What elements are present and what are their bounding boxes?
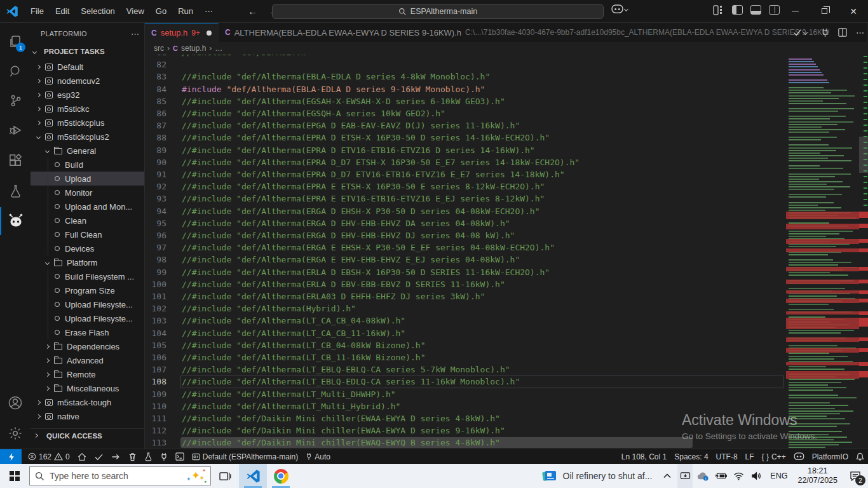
pio-clean-button[interactable] bbox=[125, 449, 140, 464]
editor-more-actions-icon[interactable]: ⋯ bbox=[856, 28, 864, 37]
problems-indicator[interactable]: 162 0 bbox=[24, 449, 74, 464]
tray-cast-icon[interactable] bbox=[677, 464, 693, 488]
tree-item-devices[interactable]: Devices bbox=[31, 241, 144, 255]
code-line-111[interactable]: 111//#include "def/Daikin Mini chiller(E… bbox=[145, 412, 786, 424]
code-line-106[interactable]: 106//#include "def/Altherma(LT_CB_11-16k… bbox=[145, 351, 786, 363]
pio-build-button[interactable] bbox=[90, 449, 107, 464]
code-line-108[interactable]: 108//#include "def/Altherma(LT_EBLQ-EDLQ… bbox=[145, 376, 786, 388]
tree-item-upload-and-mon[interactable]: Upload and Mon... bbox=[31, 200, 144, 214]
code-line-104[interactable]: 104//#include "def/Altherma(LT_CA_CB_11-… bbox=[145, 327, 786, 339]
code-line-113[interactable]: 113//#include "def/Daikin Mini chiller(E… bbox=[145, 437, 786, 449]
code-line-95[interactable]: 95//#include "def/Altherma(ERGA D EHV-EH… bbox=[145, 217, 786, 229]
task-view-button[interactable] bbox=[211, 464, 239, 488]
menu-file[interactable]: File bbox=[25, 4, 50, 18]
code-line-94[interactable]: 94//#include "def/Altherma(ERGA D EHSH-X… bbox=[145, 205, 786, 217]
chevron-right-icon[interactable] bbox=[36, 400, 41, 404]
toggle-panel-icon[interactable] bbox=[750, 5, 761, 15]
tray-clock[interactable]: 18:21 22/07/2025 bbox=[792, 466, 843, 485]
section-project-tasks[interactable]: PROJECT TASKS bbox=[31, 44, 144, 58]
pio-env-switcher[interactable]: Default (ESPAltherma-main) bbox=[188, 449, 302, 464]
menu-edit[interactable]: Edit bbox=[50, 4, 75, 18]
code-line-97[interactable]: 97//#include "def/Altherma(ERGA E EHSH-X… bbox=[145, 241, 786, 254]
toggle-secondary-sidebar-icon[interactable] bbox=[769, 5, 780, 15]
tree-item-esp32[interactable]: esp32 bbox=[31, 88, 144, 102]
tree-item-remote[interactable]: Remote bbox=[31, 367, 144, 381]
menu-more[interactable]: ⋯ bbox=[199, 4, 219, 18]
chevron-down-icon[interactable] bbox=[45, 260, 50, 264]
remote-indicator[interactable] bbox=[0, 449, 22, 464]
search-view-icon[interactable] bbox=[0, 57, 31, 85]
split-editor-icon[interactable] bbox=[838, 28, 847, 37]
taskbar-chrome-button[interactable] bbox=[267, 464, 295, 488]
code-line-102[interactable]: 102//#include "def/Altherma(Hybrid).h" bbox=[145, 302, 786, 315]
tree-item-monitor[interactable]: Monitor bbox=[31, 186, 144, 200]
code-line-107[interactable]: 107//#include "def/Altherma(LT_EBLQ-EBLQ… bbox=[145, 363, 786, 376]
code-line-92[interactable]: 92//#include "def/Altherma(EPRA E ETSH-X… bbox=[145, 180, 786, 193]
code-line-85[interactable]: 85//#include "def/Altherma(EGSAH-X-EWSAH… bbox=[145, 95, 786, 107]
breadcrumb-symbol[interactable]: … bbox=[215, 44, 222, 53]
code-line-91[interactable]: 91//#include "def/Altherma(EPRA D_D7 ETV… bbox=[145, 168, 786, 180]
code-line-86[interactable]: 86//#include "def/Altherma(EGSQH-A serie… bbox=[145, 107, 786, 119]
tray-battery-icon[interactable] bbox=[713, 464, 728, 488]
chevron-right-icon[interactable] bbox=[36, 106, 41, 111]
testing-icon[interactable] bbox=[0, 177, 31, 205]
window-minimize-button[interactable] bbox=[780, 0, 810, 22]
chevron-right-icon[interactable] bbox=[45, 344, 50, 348]
platformio-status[interactable]: PlatformIO bbox=[808, 449, 852, 464]
tree-item-m5stickc[interactable]: m5stickc bbox=[31, 102, 144, 116]
tab-setup-h[interactable]: C setup.h 9+ bbox=[145, 23, 219, 42]
chevron-right-icon[interactable] bbox=[45, 386, 50, 390]
chevron-right-icon[interactable] bbox=[36, 78, 41, 83]
menu-view[interactable]: View bbox=[121, 4, 150, 18]
pio-terminal-button[interactable] bbox=[172, 449, 188, 464]
code-line-89[interactable]: 89//#include "def/Altherma(EPRA D ETV16-… bbox=[145, 144, 786, 156]
toggle-primary-sidebar-icon[interactable] bbox=[732, 5, 743, 15]
notification-center-button[interactable]: 2 bbox=[843, 464, 868, 488]
taskbar-search-box[interactable]: Type here to search ✦ ✦ ✦ ● ● bbox=[29, 466, 211, 485]
pio-home-button[interactable] bbox=[74, 449, 90, 464]
chevron-right-icon[interactable] bbox=[45, 358, 50, 362]
code-line-98[interactable]: 98//#include "def/Altherma(ERGA E EHV-EH… bbox=[145, 254, 786, 266]
taskbar-vscode-button[interactable] bbox=[239, 464, 267, 488]
code-line-83[interactable]: 83//#include "def/Altherma(EBLA-EDLA D s… bbox=[145, 71, 786, 83]
customize-layout-icon[interactable] bbox=[713, 5, 724, 15]
chevron-down-icon[interactable] bbox=[45, 148, 50, 152]
source-control-icon[interactable] bbox=[0, 86, 31, 114]
settings-gear-icon[interactable] bbox=[0, 419, 31, 447]
chevron-right-icon[interactable] bbox=[36, 92, 41, 97]
indentation-indicator[interactable]: Spaces: 4 bbox=[670, 449, 712, 464]
chevron-down-icon[interactable] bbox=[36, 134, 41, 139]
news-widget[interactable]: Oil refinery to shut af... bbox=[535, 468, 659, 484]
copilot-button[interactable] bbox=[611, 4, 633, 14]
breadcrumb-file[interactable]: setup.h bbox=[181, 44, 206, 53]
code-line-99[interactable]: 99//#include "def/Altherma(ERLA D EBSH-X… bbox=[145, 266, 786, 278]
code-line-110[interactable]: 110//#include "def/Altherma(LT_Multi_Hyb… bbox=[145, 400, 786, 412]
code-editor[interactable]: 81//#include "def/DEFAULT.h"8283//#inclu… bbox=[145, 55, 786, 449]
tray-chevron-up-icon[interactable] bbox=[660, 464, 675, 488]
section-quick-access[interactable]: QUICK ACCESS bbox=[31, 428, 144, 442]
pio-serial-monitor-button[interactable] bbox=[156, 449, 172, 464]
pio-serial-port[interactable]: Auto bbox=[302, 449, 334, 464]
extensions-icon[interactable] bbox=[0, 146, 31, 174]
language-mode[interactable]: { } C++ bbox=[758, 449, 790, 464]
tray-volume-icon[interactable] bbox=[749, 464, 764, 488]
code-line-93[interactable]: 93//#include "def/Altherma(EPRA E ETV16-… bbox=[145, 193, 786, 205]
menu-run[interactable]: Run bbox=[172, 4, 199, 18]
code-line-96[interactable]: 96//#include "def/Altherma(ERGA D EHV-EH… bbox=[145, 229, 786, 241]
encoding-indicator[interactable]: UTF-8 bbox=[712, 449, 742, 464]
tray-wifi-icon[interactable] bbox=[731, 464, 746, 488]
code-line-103[interactable]: 103//#include "def/Altherma(LT_CA_CB_04-… bbox=[145, 315, 786, 327]
tree-item-native[interactable]: native bbox=[31, 409, 144, 423]
chevron-right-icon[interactable] bbox=[36, 120, 41, 125]
tree-item-erase-flash[interactable]: Erase Flash bbox=[31, 325, 144, 339]
editor-scrollbar[interactable] bbox=[859, 55, 868, 449]
chevron-right-icon[interactable] bbox=[45, 372, 50, 376]
window-restore-button[interactable] bbox=[810, 0, 839, 22]
code-line-90[interactable]: 90//#include "def/Altherma(EPRA D_D7 ETS… bbox=[145, 156, 786, 168]
code-line-112[interactable]: 112//#include "def/Daikin Mini chiller(E… bbox=[145, 424, 786, 437]
tree-item-general[interactable]: General bbox=[31, 144, 144, 158]
breadcrumb-src[interactable]: src bbox=[154, 44, 164, 53]
code-line-109[interactable]: 109//#include "def/Altherma(LT_Multi_DHW… bbox=[145, 388, 786, 400]
start-button[interactable] bbox=[0, 464, 29, 488]
tree-item-m5stickcplus2[interactable]: m5stickcplus2 bbox=[31, 130, 144, 144]
